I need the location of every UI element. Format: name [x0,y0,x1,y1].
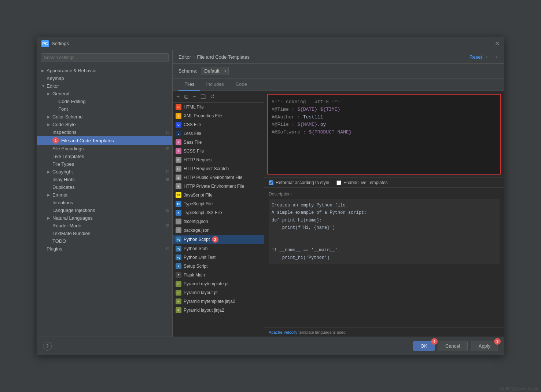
css-file-icon: C [176,122,181,128]
file-item-label: tsconfig.json [184,219,208,224]
sidebar-item-editor[interactable]: ▼ Editor [37,82,172,90]
chevron-icon: ▶ [41,69,47,73]
file-item-pyramid-layout-jinja2[interactable]: P Pyramid layout jinja2 [173,306,264,315]
remove-template-button[interactable]: − [191,93,197,101]
file-item-tsconfig[interactable]: {} tsconfig.json [173,217,264,226]
reformat-label: Reformat according to style [276,180,329,185]
apply-button[interactable]: Apply 3 [471,341,498,351]
tab-includes[interactable]: Includes [200,78,229,91]
ok-button[interactable]: OK 4 [413,341,435,351]
scheme-select[interactable]: Default [201,67,229,75]
file-item-css[interactable]: C CSS File [173,120,264,129]
sidebar-item-live-templates[interactable]: Live Templates [37,153,172,160]
file-item-tsx[interactable]: X TypeScript JSX File [173,208,264,217]
sidebar-item-keymap[interactable]: Keymap [37,74,172,82]
file-item-pyramid-pt[interactable]: P Pyramid mytemplate pt [173,279,264,288]
reset-template-button[interactable]: ↺ [209,92,216,101]
sidebar-item-label: Natural Languages [52,215,169,221]
sidebar-item-code-style[interactable]: ▶ Code Style [37,121,172,128]
sidebar-item-intentions[interactable]: Intentions [37,199,172,206]
file-item-python-stub[interactable]: Py Python Stub [173,244,264,253]
file-item-http-public[interactable]: E HTTP Public Environment File [173,173,264,182]
file-item-label: Setup Script [184,264,207,269]
file-item-http-private[interactable]: E HTTP Private Environment File [173,182,264,191]
add-template-button[interactable]: + [175,93,181,101]
editor-area: #-*- codeing = utf-8 -*- #@Time : ${DATE… [264,91,504,337]
file-item-flask[interactable]: F Flask Main [173,271,264,279]
sidebar-item-natural-languages[interactable]: ▶ Natural Languages [37,214,172,222]
pyramid-pt-icon: P [176,281,181,287]
sidebar-item-reader-mode[interactable]: Reader Mode ⊟ [37,222,172,230]
tsconfig-icon: {} [176,219,181,224]
scss-file-icon: S [176,148,181,154]
live-templates-checkbox[interactable] [336,180,341,185]
sidebar-item-inlay-hints[interactable]: Inlay Hints ⊟ [37,176,172,183]
sidebar-item-file-types[interactable]: File Types [37,160,172,168]
copy-template-button[interactable]: ⧉ [183,93,189,101]
file-item-html[interactable]: H HTML File [173,103,264,111]
file-item-python-unit[interactable]: Py Python Unit Test [173,253,264,262]
file-item-ts[interactable]: TS TypeScript File [173,199,264,208]
nav-back-button[interactable]: ← [485,54,490,60]
file-item-http-request[interactable]: R HTTP Request [173,155,264,164]
sidebar-item-appearance[interactable]: ▶ Appearance & Behavior [37,67,172,74]
reformat-checkbox[interactable] [269,180,273,185]
sidebar-item-emmet[interactable]: ▶ Emmet [37,191,172,199]
chevron-icon: ▶ [47,170,52,174]
sidebar-item-todo[interactable]: TODO [37,237,172,245]
sidebar-item-file-and-code-templates[interactable]: 1 File and Code Templates [37,136,172,145]
live-templates-checkbox-label[interactable]: Enable Live Templates [336,180,388,185]
description-panel: Description: Creates an empty Python fil… [264,187,504,327]
sidebar-item-label: Language Injections [52,208,165,213]
tab-files[interactable]: Files [179,78,200,91]
file-item-label: Pyramid layout jinja2 [184,308,224,313]
sidebar-item-label: File Encodings [52,146,165,151]
chevron-icon: ▶ [47,122,52,127]
sidebar-item-general[interactable]: ▶ General [37,90,172,98]
reset-button[interactable]: Reset [470,54,482,60]
cancel-button[interactable]: Cancel [438,341,468,351]
file-item-python-script[interactable]: Py Python Script 2 [173,235,264,244]
file-item-pyramid-jinja2[interactable]: P Pyramid mytemplate jinja2 [173,297,264,306]
close-button[interactable]: ✕ [495,40,500,47]
code-editor[interactable]: #-*- codeing = utf-8 -*- #@Time : ${DATE… [267,94,501,175]
apache-velocity-link[interactable]: Apache Velocity [269,330,297,334]
sidebar-item-inspections[interactable]: Inspections ⊟ [37,128,172,136]
sidebar-item-language-injections[interactable]: Language Injections ⊟ [37,206,172,214]
settings-icon: ⊟ [166,208,169,213]
file-item-label: XML Properties File [184,113,222,118]
nav-forward-button[interactable]: → [493,54,498,60]
file-item-http-scratch[interactable]: R HTTP Request Scratch [173,164,264,173]
settings-icon: ⊟ [166,130,169,135]
file-item-js[interactable]: JS JavaScript File [173,191,264,199]
duplicate-template-button[interactable]: ❑ [199,92,207,101]
sidebar-item-copyright[interactable]: ▶ Copyright ⊟ [37,168,172,176]
search-input[interactable] [41,53,169,62]
sidebar-item-label: File and Code Templates [61,138,169,143]
chevron-icon: ▶ [47,92,52,96]
file-item-pyramid-layout-pt[interactable]: P Pyramid layout pt [173,288,264,297]
file-item-xml[interactable]: X XML Properties File [173,111,264,120]
settings-icon: ⊟ [166,169,169,174]
sidebar-item-label: Color Scheme [52,114,169,120]
file-item-sass[interactable]: S Sass File [173,138,264,147]
file-item-setup[interactable]: S Setup Script [173,262,264,271]
sidebar-item-textmate-bundles[interactable]: TextMate Bundles [37,230,172,237]
file-item-label: HTML File [184,105,204,110]
sidebar-item-label: Duplicates [52,184,169,190]
sidebar-item-code-editing[interactable]: Code Editing [37,98,172,105]
sidebar-item-duplicates[interactable]: Duplicates [37,183,172,191]
sidebar-item-plugins[interactable]: Plugins ⊟ [37,245,172,253]
file-item-scss[interactable]: S SCSS File [173,147,264,155]
ts-file-icon: TS [176,201,181,207]
file-item-less[interactable]: L Less File [173,129,264,138]
tab-code[interactable]: Code [230,78,253,91]
code-line-1: #-*- codeing = utf-8 -*- [272,98,497,106]
sidebar-item-file-encodings[interactable]: File Encodings ⊟ [37,145,172,153]
help-button[interactable]: ? [43,342,52,351]
panel-actions: Reset ← → [470,54,498,60]
sidebar-item-color-scheme[interactable]: ▶ Color Scheme [37,113,172,121]
reformat-checkbox-label[interactable]: Reformat according to style [269,180,329,185]
file-item-package[interactable]: {} package.json [173,226,264,235]
sidebar-item-font[interactable]: Font [37,105,172,113]
